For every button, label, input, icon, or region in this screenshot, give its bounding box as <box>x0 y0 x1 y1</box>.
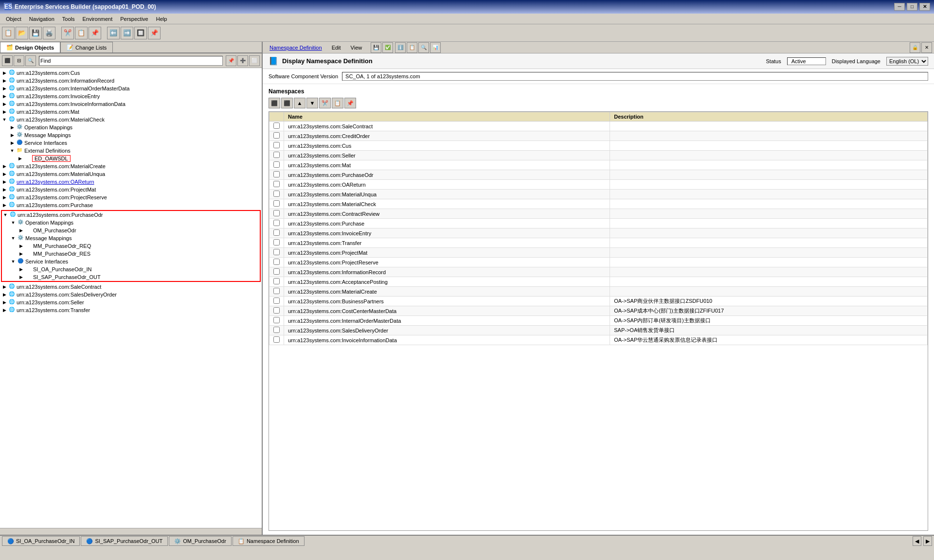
ns-btn-copy[interactable]: 📋 <box>332 98 343 108</box>
ns-checkbox[interactable] <box>273 317 280 323</box>
table-row[interactable]: urn:a123systems.com:CostCenterMasterData… <box>269 306 928 316</box>
tree-item[interactable]: ▼🔵Service Interfaces <box>2 258 260 265</box>
tree-item[interactable]: ▶🌐urn:a123systems.com:ProjectReserve <box>1 193 261 201</box>
tab-change-lists[interactable]: 📝 Change Lists <box>60 42 113 52</box>
tree-toggle[interactable]: ▶ <box>1 203 8 208</box>
status-tab[interactable]: ⚙️ OM_PurchaseOdr <box>169 536 232 546</box>
table-row[interactable]: urn:a123systems.com:SalesDeliveryOrderSA… <box>269 326 928 335</box>
tree-toggle[interactable]: ▼ <box>9 148 16 153</box>
tree-item[interactable]: ▼🌐urn:a123systems.com:MaterialCheck <box>1 116 261 123</box>
tree-toggle[interactable]: ▶ <box>1 172 8 176</box>
menu-perspective[interactable]: Perspective <box>116 15 152 23</box>
status-tab[interactable]: 🔵 SI_SAP_PurchaseOdr_OUT <box>81 536 168 546</box>
tree-item[interactable]: ▶MM_PurchaseOdr_REQ <box>2 242 260 250</box>
tree-toggle[interactable]: ▶ <box>1 102 8 106</box>
table-row[interactable]: urn:a123systems.com:AcceptancePosting <box>269 277 928 287</box>
ns-checkbox[interactable] <box>273 161 280 168</box>
table-row[interactable]: urn:a123systems.com:ProjectReserve <box>269 258 928 267</box>
tree-toggle[interactable]: ▶ <box>9 140 16 145</box>
tree-toggle[interactable]: ▶ <box>1 179 8 184</box>
tree-toggle[interactable]: ▶ <box>1 308 8 313</box>
table-row[interactable]: urn:a123systems.com:CreditOrder <box>269 131 928 141</box>
tree-toggle[interactable]: ▶ <box>1 109 8 114</box>
ns-checkbox[interactable] <box>273 259 280 265</box>
tree-toggle[interactable]: ▶ <box>18 228 24 233</box>
tree-item[interactable]: ▶⚙️Message Mappings <box>1 131 261 139</box>
tree-toggle[interactable]: ▶ <box>18 244 24 248</box>
tree-item[interactable]: ▶🌐urn:a123systems.com:ProjectMat <box>1 186 261 193</box>
ns-btn-paste[interactable]: 📌 <box>344 98 356 108</box>
ns-checkbox[interactable] <box>273 142 280 148</box>
tree-toggle[interactable]: ▼ <box>10 236 17 241</box>
tb-paste[interactable]: 📌 <box>89 27 101 39</box>
ns-checkbox[interactable] <box>273 210 280 216</box>
tb-window[interactable]: 🔲 <box>134 27 147 39</box>
lt-btn2[interactable]: ⊟ <box>14 55 24 66</box>
tree-item[interactable]: ▶🌐urn:a123systems.com:InvoiceInformation… <box>1 100 261 108</box>
right-menu-view[interactable]: View <box>346 44 367 52</box>
tree-item[interactable]: ▶🌐urn:a123systems.com:InformationRecord <box>1 77 261 85</box>
ns-checkbox[interactable] <box>273 307 280 314</box>
status-tab[interactable]: 📋 Namespace Definition <box>233 536 305 546</box>
tb-cut[interactable]: ✂️ <box>61 27 74 39</box>
ns-checkbox[interactable] <box>273 288 280 294</box>
ns-btn1[interactable]: ⬛ <box>269 98 280 108</box>
rm-btn6[interactable]: 📊 <box>430 42 441 53</box>
tree-toggle[interactable]: ▼ <box>10 259 17 264</box>
ns-checkbox[interactable] <box>273 181 280 187</box>
rm-save-btn[interactable]: 💾 <box>371 42 381 53</box>
table-row[interactable]: urn:a123systems.com:SaleContract <box>269 122 928 131</box>
table-row[interactable]: urn:a123systems.com:MaterialUnqua <box>269 190 928 199</box>
ns-checkbox[interactable] <box>273 278 280 284</box>
tree-toggle[interactable]: ▼ <box>2 212 9 217</box>
ns-checkbox[interactable] <box>273 268 280 275</box>
table-row[interactable]: urn:a123systems.com:Mat <box>269 160 928 170</box>
tree-item[interactable]: ▼🌐urn:a123systems.com:PurchaseOdr <box>2 211 260 219</box>
ns-checkbox[interactable] <box>273 327 280 333</box>
tb-new[interactable]: 📋 <box>2 27 15 39</box>
ns-checkbox[interactable] <box>273 152 280 158</box>
tree-toggle[interactable]: ▶ <box>9 133 16 138</box>
ns-checkbox[interactable] <box>273 239 280 245</box>
table-row[interactable]: urn:a123systems.com:Cus <box>269 141 928 151</box>
tree-item[interactable]: ▶🔵Service Interfaces <box>1 139 261 147</box>
table-row[interactable]: urn:a123systems.com:InternalOrderMasterD… <box>269 316 928 326</box>
table-row[interactable]: urn:a123systems.com:Seller <box>269 151 928 160</box>
rm-close-btn[interactable]: ✕ <box>921 42 932 53</box>
rm-info-btn[interactable]: ℹ️ <box>395 42 406 53</box>
tree-item[interactable]: ▶🌐urn:a123systems.com:InternalOrderMaste… <box>1 85 261 92</box>
table-row[interactable]: urn:a123systems.com:Transfer <box>269 238 928 248</box>
left-scroll-bar[interactable] <box>0 528 262 535</box>
menu-help[interactable]: Help <box>152 15 171 23</box>
tree-toggle[interactable]: ▶ <box>17 156 23 161</box>
ns-checkbox[interactable] <box>273 249 280 255</box>
table-row[interactable]: urn:a123systems.com:PurchaseOdr <box>269 170 928 180</box>
tree-toggle[interactable]: ▶ <box>1 164 8 169</box>
tree-item[interactable]: ▼📁External Definitions <box>1 147 261 155</box>
lt-btn5[interactable]: ➕ <box>237 55 248 66</box>
lang-select[interactable]: English (OL) <box>886 57 928 66</box>
tree-item[interactable]: ▶🌐urn:a123systems.com:InvoiceEntry <box>1 92 261 100</box>
lt-btn6[interactable]: ⬜ <box>249 55 260 66</box>
ns-checkbox[interactable] <box>273 200 280 207</box>
tree-item[interactable]: ▶🌐urn:a123systems.com:SaleContract <box>1 283 261 291</box>
rm-btn2[interactable]: ✅ <box>382 42 393 53</box>
ns-checkbox[interactable] <box>273 298 280 304</box>
tree-item[interactable]: ▶🌐urn:a123systems.com:MaterialUnqua <box>1 170 261 178</box>
tb-save[interactable]: 💾 <box>29 27 42 39</box>
table-row[interactable]: urn:a123systems.com:InvoiceInformationDa… <box>269 335 928 345</box>
tree-toggle[interactable]: ▶ <box>18 251 24 256</box>
lt-btn1[interactable]: ⬛ <box>2 55 13 66</box>
ns-checkbox[interactable] <box>273 191 280 197</box>
ns-checkbox[interactable] <box>273 229 280 236</box>
tree-toggle[interactable]: ▶ <box>9 125 16 130</box>
rm-btn5[interactable]: 🔍 <box>418 42 429 53</box>
tree-item[interactable]: ▶OM_PurchaseOdr <box>2 227 260 234</box>
tree-toggle[interactable]: ▶ <box>1 300 8 305</box>
ns-checkbox[interactable] <box>273 132 280 139</box>
ns-checkbox[interactable] <box>273 122 280 129</box>
tb-print[interactable]: 🖨️ <box>43 27 55 39</box>
tb-copy[interactable]: 📋 <box>75 27 88 39</box>
table-row[interactable]: urn:a123systems.com:ContractReview <box>269 209 928 219</box>
tree-item[interactable]: ▶🌐urn:a123systems.com:Cus <box>1 69 261 77</box>
